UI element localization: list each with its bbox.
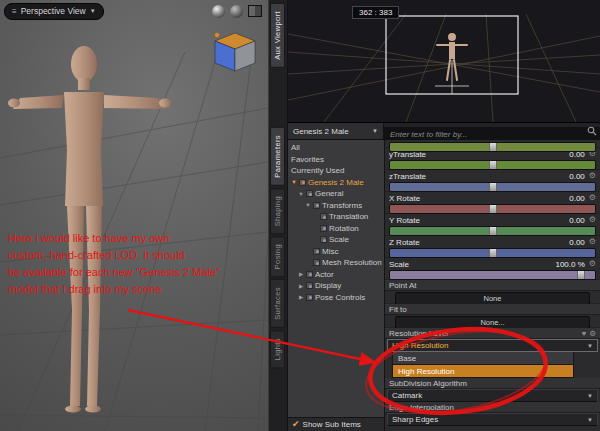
show-sub-items-label: Show Sub Items — [303, 420, 361, 429]
show-sub-items[interactable]: ✔ Show Sub Items — [288, 417, 384, 431]
view-selector-label: Perspective View — [21, 6, 86, 16]
slider-handle[interactable] — [489, 204, 497, 214]
slider-track[interactable] — [389, 226, 596, 236]
group-icon — [306, 282, 313, 289]
group-icon — [320, 225, 327, 232]
side-tab-lights[interactable]: Lights — [270, 330, 285, 368]
nav-item-scale[interactable]: Scale — [288, 234, 384, 246]
checkbox-checked-icon[interactable]: ✔ — [292, 420, 300, 429]
nav-item-transforms[interactable]: ▼Transforms — [288, 200, 384, 212]
param-group-label-point-at: Point At — [385, 280, 600, 291]
chevron-down-icon: ▼ — [587, 343, 593, 349]
parameters-header: Genesis 2 Male ▼ — [288, 123, 600, 140]
nav-item-all[interactable]: All — [288, 142, 384, 154]
param-slider-ztranslate[interactable]: zTranslate0.00⚙ — [385, 170, 600, 192]
slider-track[interactable] — [389, 142, 596, 152]
main-viewport[interactable]: ≡ Perspective View ▼ Here I would like t… — [0, 0, 268, 431]
favorite-icon[interactable]: ♥ — [582, 329, 586, 338]
dropdown-option-high-resolution[interactable]: High Resolution — [392, 365, 574, 378]
slider-track[interactable] — [389, 270, 596, 280]
chevron-down-icon: ▼ — [587, 417, 593, 423]
slider-handle[interactable] — [489, 226, 497, 236]
chevron-down-icon: ▼ — [90, 8, 96, 14]
param-group-label-resolution-level: Resolution Level♥⚙ — [385, 328, 600, 339]
nav-item-actor[interactable]: ▶Actor — [288, 269, 384, 281]
param-button-row: None... — [385, 315, 600, 328]
expand-caret-icon[interactable]: ▼ — [298, 191, 304, 197]
group-icon — [320, 213, 327, 220]
search-icon[interactable] — [587, 126, 597, 136]
collapse-caret-icon[interactable]: ▶ — [298, 283, 304, 289]
split-pane-icon[interactable] — [248, 5, 262, 17]
gear-icon[interactable]: ⚙ — [589, 329, 596, 338]
gear-icon[interactable]: ⚙ — [589, 216, 596, 224]
nav-item-currently-used[interactable]: Currently Used — [288, 165, 384, 177]
nav-item-translation[interactable]: Translation — [288, 211, 384, 223]
gear-icon[interactable]: ⚙ — [589, 172, 596, 180]
slider-track[interactable] — [389, 248, 596, 258]
nav-item-general[interactable]: ▼General — [288, 188, 384, 200]
gear-icon[interactable]: ⚙ — [589, 260, 596, 268]
side-tab-aux-viewport[interactable]: Aux Viewport — [270, 3, 285, 68]
slider-track[interactable] — [389, 182, 596, 192]
side-tab-strip: Aux Viewport ParametersShapingPosingSurf… — [268, 0, 288, 431]
side-tab-shaping[interactable]: Shaping — [270, 188, 285, 234]
gear-icon[interactable]: ⚙ — [589, 238, 596, 246]
nav-item-display[interactable]: ▶Display — [288, 280, 384, 292]
slider-handle[interactable] — [489, 142, 497, 152]
param-slider-x-rotate[interactable]: X Rotate0.00⚙ — [385, 192, 600, 214]
group-icon — [313, 202, 320, 209]
group-icon — [320, 236, 327, 243]
side-tab-surfaces[interactable]: Surfaces — [270, 279, 285, 328]
slider-handle[interactable] — [489, 248, 497, 258]
param-slider-scale[interactable]: Scale100.0 %⚙ — [385, 258, 600, 280]
aux-viewport[interactable]: 362 : 383 — [288, 0, 600, 123]
expand-caret-icon[interactable]: ▼ — [291, 179, 297, 185]
param-rows: ⚙yTranslate0.00⚙zTranslate0.00⚙X Rotate0… — [385, 140, 600, 431]
annotation-line: Here I would like to have my own — [8, 230, 220, 247]
param-select-sharp-edges[interactable]: Sharp Edges▼ — [387, 413, 598, 426]
drawstyle-sphere-icon[interactable] — [230, 5, 243, 18]
side-tab-group-bottom: ParametersShapingPosingSurfacesLights — [270, 127, 285, 369]
param-select-high-resolution[interactable]: High Resolution▼ — [387, 339, 598, 352]
crosshair — [435, 60, 469, 94]
scope-label: Genesis 2 Male — [293, 127, 349, 136]
chevron-down-icon: ▼ — [372, 128, 378, 134]
nav-item-rotation[interactable]: Rotation — [288, 223, 384, 235]
collapse-caret-icon[interactable]: ▶ — [298, 271, 304, 277]
side-tab-parameters[interactable]: Parameters — [270, 127, 285, 186]
nav-item-genesis-2-male[interactable]: ▼Genesis 2 Male — [288, 177, 384, 189]
slider-track[interactable] — [389, 204, 596, 214]
nav-item-mesh-resolution[interactable]: Mesh Resolution — [288, 257, 384, 269]
param-group-label-fit-to: Fit to — [385, 304, 600, 315]
side-tab-posing[interactable]: Posing — [270, 236, 285, 277]
slider-handle[interactable] — [577, 270, 585, 280]
view-cube-gizmo[interactable] — [212, 30, 258, 74]
scope-dropdown[interactable]: Genesis 2 Male ▼ — [288, 123, 384, 139]
nav-item-misc[interactable]: Misc — [288, 246, 384, 258]
collapse-caret-icon[interactable]: ▶ — [298, 294, 304, 300]
group-icon — [306, 294, 313, 301]
aux-viewport-scene — [288, 0, 600, 122]
nav-item-pose-controls[interactable]: ▶Pose Controls — [288, 292, 384, 304]
expand-caret-icon[interactable]: ▼ — [305, 202, 311, 208]
slider-track[interactable] — [389, 160, 596, 170]
view-selector[interactable]: ≡ Perspective View ▼ — [4, 3, 104, 20]
param-select-catmark[interactable]: Catmark▼ — [387, 389, 598, 402]
gear-icon[interactable]: ⚙ — [589, 194, 596, 202]
slider-handle[interactable] — [489, 182, 497, 192]
menu-icon[interactable]: ≡ — [12, 7, 17, 16]
group-icon — [313, 248, 320, 255]
annotation-line: custom, hand-crafted LOD. It should — [8, 247, 220, 264]
param-button-row: None — [385, 291, 600, 304]
param-slider-z-rotate[interactable]: Z Rotate0.00⚙ — [385, 236, 600, 258]
annotation-line: be available for each new "Genesis 2 Mal… — [8, 264, 220, 281]
dropdown-option-base[interactable]: Base — [392, 352, 574, 365]
nav-item-favorites[interactable]: Favorites — [288, 154, 384, 166]
param-nav: AllFavoritesCurrently Used▼Genesis 2 Mal… — [288, 140, 385, 431]
slider-handle[interactable] — [489, 160, 497, 170]
annotation-line: model that I drag into my scene — [8, 281, 220, 298]
param-slider-y-rotate[interactable]: Y Rotate0.00⚙ — [385, 214, 600, 236]
param-slider-item[interactable]: ⚙ — [385, 140, 600, 148]
shaded-sphere-icon[interactable] — [212, 5, 225, 18]
